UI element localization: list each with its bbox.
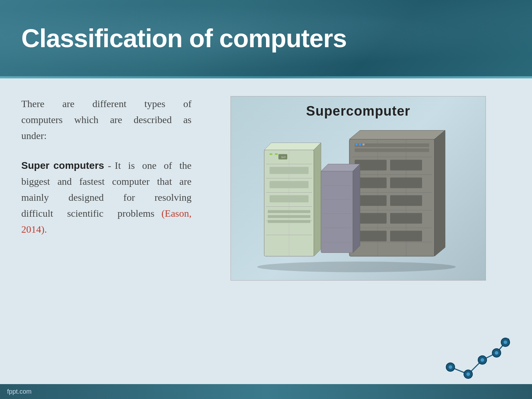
supercomputer-box: Supercomputer	[231, 96, 486, 281]
svg-rect-36	[390, 178, 422, 188]
svg-point-43	[355, 144, 358, 146]
text-column: There are different types of computers w…	[21, 96, 192, 337]
footer: fppt.com	[0, 384, 532, 399]
svg-rect-46	[321, 171, 353, 253]
server-left: IVY	[264, 143, 321, 256]
svg-rect-34	[390, 160, 422, 171]
svg-point-69	[504, 340, 507, 344]
svg-rect-17	[268, 220, 310, 223]
server-middle	[321, 164, 360, 253]
svg-point-45	[362, 144, 365, 146]
supercomputer-illustration: IVY	[243, 126, 473, 273]
network-decoration-svg	[440, 335, 511, 381]
svg-marker-21	[349, 131, 445, 139]
svg-rect-38	[390, 195, 422, 206]
svg-rect-12	[270, 167, 309, 174]
footer-brand: fppt.com	[7, 388, 32, 395]
supercomputer-title: Supercomputer	[306, 104, 410, 119]
svg-rect-15	[268, 210, 310, 213]
page-title: Classification of computers	[21, 24, 347, 53]
svg-rect-31	[355, 144, 429, 147]
svg-rect-13	[270, 181, 309, 188]
header-band: Classification of computers	[0, 0, 532, 76]
svg-rect-32	[355, 149, 429, 152]
svg-point-66	[466, 372, 470, 376]
svg-marker-22	[434, 131, 445, 256]
svg-marker-48	[353, 164, 360, 253]
dash: -	[104, 160, 115, 171]
server-right	[349, 131, 445, 256]
bottom-decoration	[440, 335, 511, 381]
svg-point-44	[359, 144, 361, 146]
svg-marker-1	[264, 143, 321, 150]
svg-point-68	[495, 351, 498, 355]
svg-point-65	[449, 365, 452, 369]
svg-point-67	[481, 358, 484, 362]
svg-marker-2	[314, 143, 321, 256]
image-column: Supercomputer	[206, 96, 511, 337]
intro-paragraph: There are different types of computers w…	[21, 96, 192, 144]
svg-rect-40	[390, 213, 422, 224]
body-paragraph: Super computers - It is one of the bigge…	[21, 158, 192, 237]
svg-rect-14	[270, 195, 309, 203]
svg-rect-11	[275, 154, 278, 155]
svg-rect-16	[268, 215, 310, 218]
main-content: There are different types of computers w…	[0, 78, 532, 348]
super-computers-label: Super computers	[21, 160, 104, 171]
svg-text:IVY: IVY	[281, 156, 286, 159]
svg-point-54	[257, 262, 456, 272]
citation: (Eason, 2014).	[21, 208, 192, 235]
svg-rect-10	[270, 154, 272, 155]
svg-rect-42	[390, 231, 422, 242]
